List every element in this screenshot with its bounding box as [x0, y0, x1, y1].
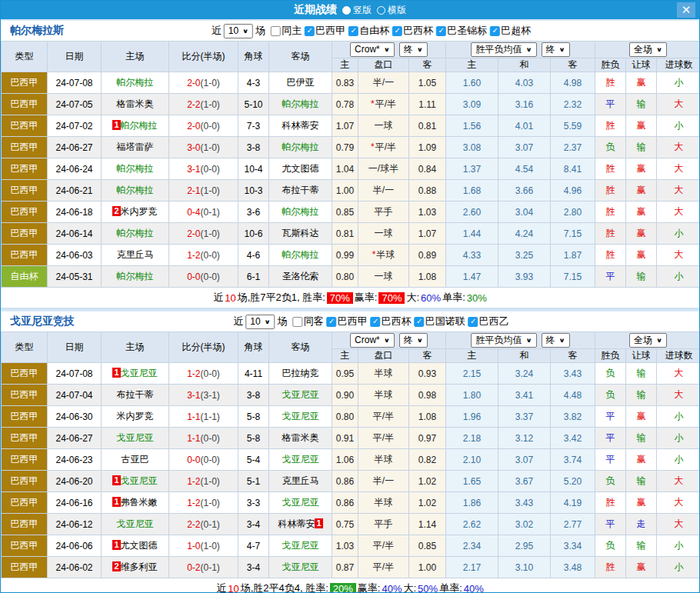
final-select-2[interactable]: 终∨ [542, 42, 570, 57]
home-team-cell: 克里丘马 [102, 245, 169, 266]
league-filter-1-0[interactable]: ✓巴西甲 [327, 315, 368, 328]
bookmaker-select[interactable]: Crow*∨ [350, 42, 395, 57]
match-row: 巴西甲 24-07-04 布拉干蒂 3-1(3-1) 3-8 戈亚尼亚 0.90… [2, 385, 700, 406]
match-row: 巴西甲 24-06-23 古亚巴 0-0(0-0) 5-4 戈亚尼亚 1.06 … [2, 449, 700, 471]
fulltime-header: 全场∨ [595, 332, 700, 349]
goals-result-cell: 大 [657, 492, 700, 514]
avg-away-cell: 7.15 [551, 266, 595, 288]
avg-away-cell: 2.80 [551, 202, 595, 223]
chevron-down-icon: ∨ [559, 337, 565, 344]
corner-cell: 3-3 [238, 492, 269, 514]
team-section: 帕尔梅拉斯 近 10∨ 场 同主 ✓巴西甲✓自由杯✓巴西杯✓巴圣锦标✓巴超杯 类… [1, 19, 699, 308]
summary-part: 近 [213, 291, 223, 305]
corner-cell: 5-1 [238, 471, 269, 492]
league-filter-0-2[interactable]: ✓巴西杯 [392, 24, 433, 38]
corner-cell: 5-8 [238, 428, 269, 449]
avg-draw-cell: 3.25 [498, 245, 551, 266]
league-filter-1-1[interactable]: ✓巴西杯 [371, 315, 412, 328]
home-team-cell: 2米内罗竞 [102, 202, 169, 223]
avg-home-cell: 2.60 [446, 202, 498, 223]
avg-draw-cell: 2.95 [498, 535, 551, 557]
avg-home-cell: 1.56 [446, 115, 498, 137]
league-filter-0-3[interactable]: ✓巴圣锦标 [436, 24, 487, 38]
league-cell: 巴西甲 [2, 557, 48, 578]
result-cell: 负 [595, 137, 626, 158]
league-filter-1-2[interactable]: ✓巴国诺联 [415, 315, 465, 328]
final-select[interactable]: 终∨ [399, 333, 428, 348]
league-cell: 巴西甲 [2, 471, 48, 492]
avg-select[interactable]: 胜平负均值∨ [471, 333, 536, 348]
score-cell: 2-2(1-0) [169, 94, 238, 115]
result-cell: 平 [595, 449, 626, 471]
col-odds-home: 主 [332, 58, 358, 72]
result-cell: 负 [595, 385, 626, 406]
away-team-cell: 尤文图德 [269, 158, 332, 180]
result-cell: 平 [595, 428, 626, 449]
match-count-select[interactable]: 10∨ [224, 24, 253, 38]
fulltime-select[interactable]: 全场∨ [629, 333, 667, 348]
avg-away-cell: 3.43 [551, 363, 595, 385]
league-filter-label: 自由杯 [359, 24, 389, 38]
goals-result-cell: 小 [657, 115, 700, 137]
checkbox-checked-icon: ✓ [327, 317, 337, 327]
goals-result-cell: 小 [657, 266, 700, 288]
avg-home-cell: 1.65 [446, 471, 498, 492]
odds-home-cell: 1.04 [332, 158, 358, 180]
match-filters: 近 10∨ 场 同客 ✓巴西甲✓巴西杯✓巴国诺联✓巴西乙 [231, 315, 508, 329]
avg-draw-cell: 3.16 [498, 94, 551, 115]
odds-home-cell: 0.86 [332, 492, 358, 514]
corner-cell: 4-7 [238, 535, 269, 557]
layout-radio-horizontal[interactable]: 横版 [377, 4, 406, 17]
bookmaker-select[interactable]: Crow*∨ [350, 333, 395, 348]
avg-draw-cell: 3.37 [498, 406, 551, 428]
odds-home-cell: 1.07 [332, 115, 358, 137]
close-button[interactable]: ✕ [677, 2, 695, 18]
home-team-cell: 1戈亚尼亚 [102, 471, 169, 492]
match-row: 巴西甲 24-07-08 1戈亚尼亚 1-2(0-0) 4-11 巴拉纳竞 0.… [2, 363, 700, 385]
chevron-down-icon: ∨ [525, 337, 532, 344]
handicap-result-cell: 赢 [626, 202, 657, 223]
final-select[interactable]: 终∨ [399, 42, 428, 57]
match-count-select[interactable]: 10∨ [245, 315, 275, 329]
col-handicap-result: 让球 [626, 58, 657, 72]
avg-draw-cell: 3.07 [498, 449, 551, 471]
goals-result-cell: 大 [657, 94, 700, 115]
score-cell: 2-0(0-0) [169, 115, 238, 137]
goals-result-cell: 大 [657, 180, 700, 202]
avg-home-cell: 1.96 [446, 406, 498, 428]
home-team-cell: 古亚巴 [102, 449, 169, 471]
league-filter-0-0[interactable]: ✓巴西甲 [305, 24, 345, 38]
same-venue-filter[interactable]: 同客 [293, 315, 324, 328]
fulltime-select[interactable]: 全场∨ [629, 42, 667, 57]
final-select-2[interactable]: 终∨ [542, 333, 570, 348]
col-result: 胜负 [595, 58, 626, 72]
layout-radio-vertical[interactable]: 竖版 [342, 4, 372, 17]
league-filter-0-1[interactable]: ✓自由杯 [348, 24, 389, 38]
radio-unselected-icon [377, 6, 385, 15]
same-venue-filter[interactable]: 同主 [271, 24, 302, 38]
handicap-cell: *平/半 [358, 137, 409, 158]
team-name: 帕尔梅拉斯 [10, 24, 64, 38]
rank-badge: 1 [112, 475, 120, 485]
league-filter-0-4[interactable]: ✓巴超杯 [490, 24, 531, 38]
handicap-cell: 半/一 [358, 471, 409, 492]
col-odds-away: 客 [409, 349, 446, 363]
summary-part: 20% [330, 583, 356, 593]
avg-select[interactable]: 胜平负均值∨ [471, 42, 536, 57]
score-cell: 2-1(1-0) [169, 180, 238, 202]
league-filter-1-3[interactable]: ✓巴西乙 [468, 315, 509, 328]
odds-away-cell: 1.02 [409, 471, 446, 492]
away-team-cell: 瓦斯科达 [269, 223, 332, 245]
col-home: 主场 [102, 332, 169, 363]
league-cell: 巴西甲 [2, 202, 48, 223]
date-cell: 24-06-14 [48, 223, 102, 245]
results-table: 类型 日期 主场 比分(半场) 角球 客场 Crow*∨终∨ 胜平负均值∨终∨ … [1, 41, 700, 288]
home-team-cell: 1戈亚尼亚 [102, 363, 169, 385]
col-avg-draw: 和 [498, 349, 551, 363]
summary-part: 单率: [442, 291, 465, 305]
field-label: 场 [278, 315, 288, 328]
avg-away-cell: 3.48 [551, 557, 595, 578]
section-bar: 帕尔梅拉斯 近 10∨ 场 同主 ✓巴西甲✓自由杯✓巴西杯✓巴圣锦标✓巴超杯 [1, 19, 699, 41]
avg-away-cell: 2.32 [551, 94, 595, 115]
handicap-result-cell: 输 [626, 471, 657, 492]
